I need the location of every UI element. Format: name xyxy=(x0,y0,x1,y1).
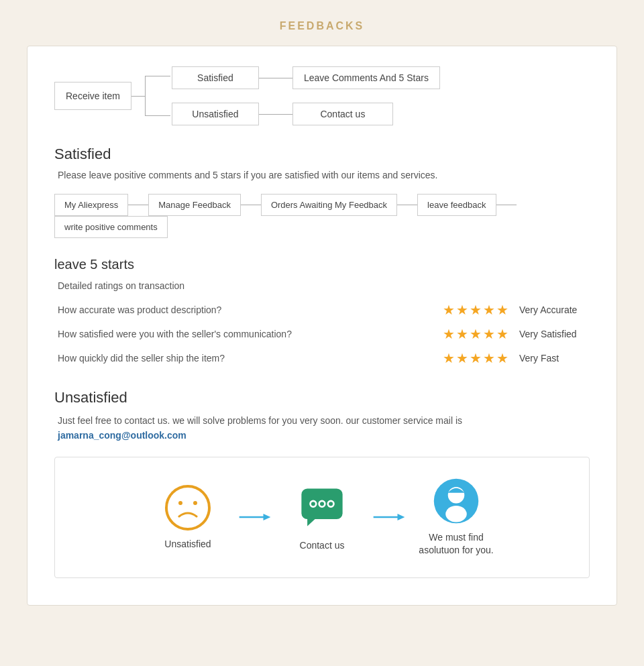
unsatisfied-desc-text: Just feel free to contact us. we will so… xyxy=(58,415,462,426)
svg-rect-15 xyxy=(443,498,447,502)
star-3-2: ★ xyxy=(456,350,468,366)
page-title: FEEDBACKS xyxy=(280,20,365,32)
bottom-item-unsatisfied: Unsatisfied xyxy=(141,484,235,551)
arrow-1 xyxy=(235,510,275,524)
bottom-item-3-label: We must find asolutuon for you. xyxy=(409,531,503,557)
step-orders-awaiting: Orders Awaiting My Feedback xyxy=(261,194,397,216)
contact-us-flow-box: Contact us xyxy=(292,103,393,125)
svg-point-1 xyxy=(178,501,182,505)
rating-question-2: How satisfied were you with the seller's… xyxy=(58,329,432,339)
satisfied-title: Satisfied xyxy=(54,146,590,163)
receive-item-box: Receive item xyxy=(54,82,131,110)
star-1-1: ★ xyxy=(443,302,455,318)
svg-point-0 xyxy=(166,486,209,529)
rating-question-1: How accurate was product description? xyxy=(58,304,432,315)
star-2-1: ★ xyxy=(443,326,455,342)
rating-label-3: Very Fast xyxy=(519,353,586,364)
svg-rect-16 xyxy=(466,498,469,502)
sad-face-icon xyxy=(164,484,211,531)
stars-1: ★ ★ ★ ★ ★ xyxy=(443,302,508,318)
step-manage-feedback: Manage Feedback xyxy=(148,194,241,216)
ratings-header: Detailed ratings on transaction xyxy=(54,280,590,291)
bottom-item-contact: Contact us xyxy=(275,482,369,553)
ratings-section: Detailed ratings on transaction How accu… xyxy=(54,280,590,370)
contact-email: jamarna_cong@outlook.com xyxy=(58,430,186,441)
bottom-card: Unsatisfied Contact us xyxy=(54,457,590,578)
star-3-3: ★ xyxy=(470,350,482,366)
bottom-item-1-label: Unsatisfied xyxy=(164,538,211,551)
main-card: Receive item Satisfied Leave Comments An… xyxy=(27,46,617,606)
svg-point-2 xyxy=(193,501,197,505)
svg-marker-11 xyxy=(398,514,405,520)
svg-marker-9 xyxy=(307,519,315,526)
satisfied-box: Satisfied xyxy=(172,66,259,89)
star-1-2: ★ xyxy=(456,302,468,318)
star-1-5: ★ xyxy=(496,302,508,318)
flow-diagram: Receive item Satisfied Leave Comments An… xyxy=(54,66,590,125)
step-leave-feedback: leave feedback xyxy=(417,194,496,216)
svg-rect-5 xyxy=(301,489,342,520)
rating-row-1: How accurate was product description? ★ … xyxy=(54,298,590,322)
stars-3: ★ ★ ★ ★ ★ xyxy=(443,350,508,366)
star-1-4: ★ xyxy=(483,302,495,318)
bottom-item-2-label: Contact us xyxy=(300,539,345,553)
agent-icon xyxy=(433,478,480,524)
rating-question-3: How quickly did the seller ship the item… xyxy=(58,353,432,364)
star-2-3: ★ xyxy=(470,326,482,342)
unsatisfied-box: Unsatisfied xyxy=(172,103,259,125)
star-2-2: ★ xyxy=(456,326,468,342)
satisfied-description: Please leave positive comments and 5 sta… xyxy=(54,170,590,180)
star-3-1: ★ xyxy=(443,350,455,366)
unsatisfied-description: Just feel free to contact us. we will so… xyxy=(54,413,590,443)
chat-icon xyxy=(299,482,345,533)
svg-point-14 xyxy=(445,506,467,522)
steps-row: My Aliexpress Manage Feedback Orders Awa… xyxy=(54,194,590,238)
step-write-positive: write positive comments xyxy=(54,216,168,238)
rating-row-3: How quickly did the seller ship the item… xyxy=(54,346,590,370)
bottom-item-solution: We must find asolutuon for you. xyxy=(409,478,503,557)
star-2-4: ★ xyxy=(483,326,495,342)
leave-comments-box: Leave Comments And 5 Stars xyxy=(292,66,440,89)
step-my-aliexpress: My Aliexpress xyxy=(54,194,128,216)
leave-stars-title: leave 5 starts xyxy=(54,257,590,272)
star-3-5: ★ xyxy=(496,350,508,366)
rating-row-2: How satisfied were you with the seller's… xyxy=(54,322,590,346)
unsatisfied-title: Unsatisfied xyxy=(54,389,590,406)
star-2-5: ★ xyxy=(496,326,508,342)
stars-2: ★ ★ ★ ★ ★ xyxy=(443,326,508,342)
star-1-3: ★ xyxy=(470,302,482,318)
rating-label-1: Very Accurate xyxy=(519,304,586,315)
star-3-4: ★ xyxy=(483,350,495,366)
rating-label-2: Very Satisfied xyxy=(519,329,586,339)
arrow-2 xyxy=(369,510,409,524)
svg-marker-4 xyxy=(264,514,271,520)
